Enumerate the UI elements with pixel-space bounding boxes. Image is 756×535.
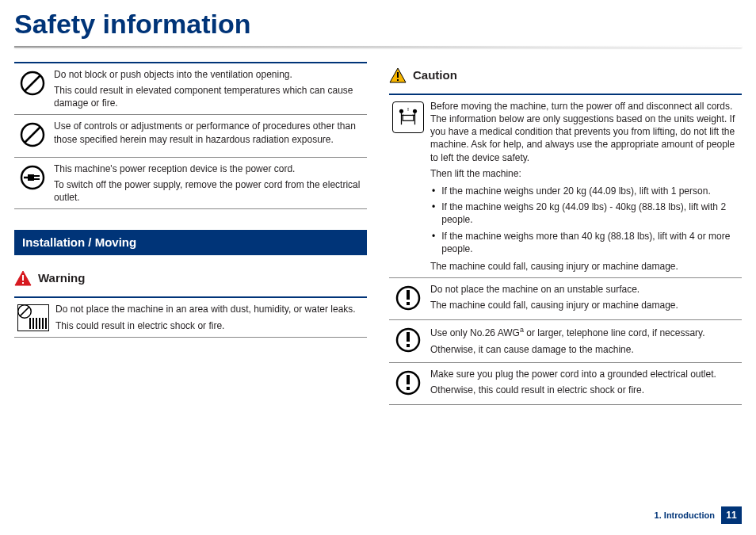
page-title: Safety information — [0, 0, 756, 46]
humidity-icon — [17, 304, 49, 331]
row-text: The machine could fall, causing injury o… — [430, 260, 739, 273]
row-text: Make sure you plug the power cord into a… — [430, 368, 739, 380]
page-footer: 1. Introduction 11 — [655, 506, 742, 524]
row-text: Use only No.26 AWGa or larger, telephone… — [430, 325, 739, 339]
bullet-text: If the machine weighs more than 40 kg (8… — [441, 230, 739, 255]
exclamation-circle-icon — [395, 369, 422, 396]
row-text: To switch off the power supply, remove t… — [54, 178, 364, 204]
caution-label: Caution — [413, 67, 457, 83]
row-text: Do not place the machine in an area with… — [55, 303, 364, 315]
row-text: Use of controls or adjustments or perfor… — [54, 120, 364, 145]
row-text: Then lift the machine: — [430, 167, 739, 180]
row-text: Do not place the machine on an unstable … — [430, 283, 739, 296]
table-row: ! Before moving the machine, turn the po… — [389, 94, 742, 278]
warning-table: Do not place the machine in an area with… — [14, 296, 367, 337]
table-row: This machine's power reception device is… — [14, 157, 367, 209]
footer-page-number: 11 — [721, 506, 742, 524]
table-row: Make sure you plug the power cord into a… — [389, 362, 742, 404]
no-symbol-icon — [19, 70, 46, 97]
table-row: Use only No.26 AWGa or larger, telephone… — [389, 320, 742, 362]
svg-text:!: ! — [407, 106, 409, 111]
caution-heading: Caution — [389, 67, 742, 84]
top-warnings-table: Do not block or push objects into the ve… — [14, 62, 367, 209]
lift-bullets: If the machine weighs under 20 kg (44.09… — [430, 183, 739, 257]
warning-label: Warning — [38, 270, 85, 286]
left-column: Do not block or push objects into the ve… — [14, 62, 367, 405]
lift-people-icon: ! — [392, 101, 424, 133]
right-column: Caution ! Before moving the machine, t — [389, 62, 742, 405]
table-row: Use of controls or adjustments or perfor… — [14, 115, 367, 157]
exclamation-circle-icon — [395, 327, 422, 353]
svg-rect-18 — [403, 115, 414, 120]
svg-point-16 — [399, 109, 403, 113]
bullet-text: If the machine weighs 20 kg (44.09 lbs) … — [441, 201, 739, 226]
exclamation-circle-icon — [395, 285, 422, 311]
svg-point-17 — [413, 109, 417, 113]
row-text: This could result in electric shock or f… — [55, 319, 364, 332]
table-row: Do not block or push objects into the ve… — [14, 63, 367, 115]
title-underline — [14, 46, 742, 48]
row-text: This could result in elevated component … — [54, 84, 364, 109]
row-text: The machine could fall, causing injury o… — [430, 299, 739, 311]
no-symbol-icon — [19, 121, 46, 148]
power-plug-icon — [19, 164, 46, 191]
row-text: Before moving the machine, turn the powe… — [430, 100, 739, 164]
warning-triangle-icon — [14, 269, 32, 287]
row-text: Do not block or push objects into the ve… — [54, 68, 364, 81]
caution-table: ! Before moving the machine, turn the po… — [389, 94, 742, 405]
section-heading: Installation / Moving — [14, 230, 367, 255]
warning-heading: Warning — [14, 269, 367, 287]
row-text: Otherwise, this could result in electric… — [430, 384, 739, 396]
row-text: Otherwise, it can cause damage to the ma… — [430, 343, 739, 356]
bullet-text: If the machine weighs under 20 kg (44.09… — [441, 185, 711, 197]
caution-triangle-icon — [389, 67, 407, 84]
content-columns: Do not block or push objects into the ve… — [0, 62, 756, 405]
table-row: Do not place the machine on an unstable … — [389, 278, 742, 320]
row-text: This machine's power reception device is… — [54, 162, 364, 175]
table-row: Do not place the machine in an area with… — [14, 297, 367, 337]
footer-chapter: 1. Introduction — [655, 510, 715, 522]
